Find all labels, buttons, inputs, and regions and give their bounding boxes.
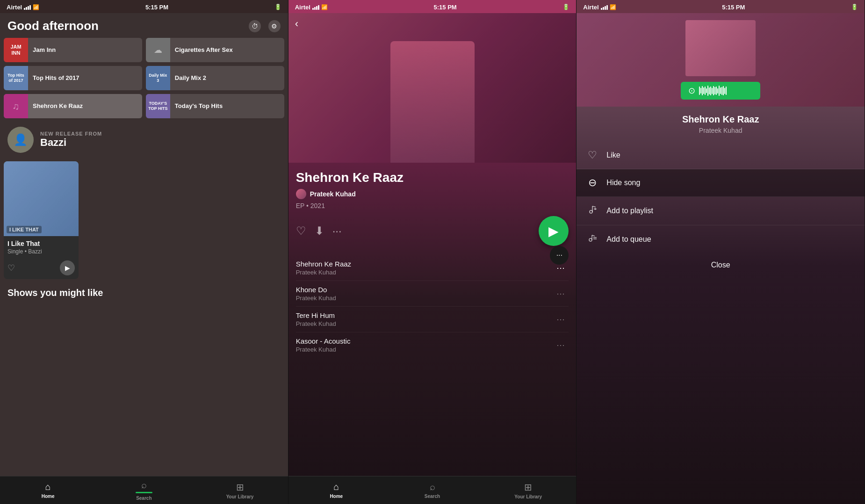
album-art-preview bbox=[685, 20, 756, 76]
nav-home-2[interactable]: ⌂ Home bbox=[288, 476, 384, 504]
bc14 bbox=[717, 88, 718, 94]
like-context-label: Like bbox=[606, 151, 620, 159]
bc15 bbox=[719, 86, 720, 96]
track-title: I Like That bbox=[7, 240, 75, 247]
battery-2: 🔋 bbox=[562, 4, 569, 10]
track-more-3[interactable]: ⋯ bbox=[553, 312, 569, 326]
new-release-thumb: 👤 bbox=[7, 127, 34, 153]
new-release-section[interactable]: 👤 NEW RELEASE FROM Bazzi bbox=[0, 122, 288, 158]
nav-library-1[interactable]: ⊞ Your Library bbox=[192, 476, 288, 504]
queue-context-icon bbox=[586, 233, 599, 246]
library-nav-label-1: Your Library bbox=[226, 494, 254, 499]
rp-thumb-today: TODAY'S TOP HITS bbox=[146, 94, 170, 118]
artist-row[interactable]: Prateek Kuhad bbox=[296, 189, 569, 199]
rp-item-cig[interactable]: ☁ Cigarettes After Sex bbox=[146, 38, 284, 62]
context-item-playlist[interactable]: Add to playlist bbox=[577, 197, 865, 225]
bar1 bbox=[24, 8, 25, 10]
shows-section-heading: Shows you might like bbox=[0, 281, 288, 302]
spotify-logo: ⊙ bbox=[688, 86, 695, 96]
context-hero-content: ⊙ bbox=[671, 13, 770, 107]
bc8 bbox=[709, 87, 710, 94]
new-release-info: NEW RELEASE FROM Bazzi bbox=[40, 131, 102, 149]
track-item-4[interactable]: Kasoor - Acoustic Prateek Kuhad ⋯ bbox=[296, 332, 569, 358]
track-title-4: Kasoor - Acoustic bbox=[296, 337, 553, 345]
bc12 bbox=[714, 87, 715, 94]
nav-search-2[interactable]: ⌕ Search bbox=[384, 476, 480, 504]
track-card-ilikethat[interactable]: I LIKE THAT I Like That Single • Bazzi ♡… bbox=[4, 161, 79, 279]
track-item-2[interactable]: Khone Do Prateek Kuhad ⋯ bbox=[296, 281, 569, 307]
context-menu-list: ♡ Like ⊖ Hide song Add to playlist bbox=[577, 142, 865, 253]
bar1-3 bbox=[601, 8, 602, 10]
album-meta: EP • 2021 bbox=[296, 202, 569, 209]
settings-icon[interactable]: ⚙ bbox=[268, 20, 281, 32]
rp-item-tophits[interactable]: Top Hits of 2017 Top Hits of 2017 bbox=[4, 66, 142, 90]
rp-thumb-jam: JAM INN bbox=[4, 38, 28, 62]
status-bar-1: Airtel 📶 5:15 PM 🔋 bbox=[0, 0, 288, 13]
rp-item-jam[interactable]: JAM INN Jam Inn bbox=[4, 38, 142, 62]
bc2 bbox=[700, 88, 701, 94]
play-button-small[interactable]: ▶ bbox=[60, 260, 75, 275]
battery-percent-1: 🔋 bbox=[274, 4, 281, 10]
header-icons: ⏱ ⚙ bbox=[249, 20, 281, 32]
rp-item-daily[interactable]: Daily Mix 3 Daily Mix 2 bbox=[146, 66, 284, 90]
nav-library-2[interactable]: ⊞ Your Library bbox=[480, 476, 576, 504]
bc3 bbox=[702, 86, 703, 95]
context-song-artist: Prateek Kuhad bbox=[584, 127, 857, 134]
nav-home-1[interactable]: ⌂ Home bbox=[0, 476, 96, 504]
hide-context-icon: ⊖ bbox=[586, 177, 599, 189]
track-item-1[interactable]: Shehron Ke Raaz Prateek Kuhad ⋯ bbox=[296, 255, 569, 281]
phone1-home: Airtel 📶 5:15 PM 🔋 Good afternoon ⏱ ⚙ bbox=[0, 0, 288, 504]
barcode-lines bbox=[699, 86, 753, 96]
track-info-1: Shehron Ke Raaz Prateek Kuhad bbox=[296, 260, 553, 276]
rp-item-today[interactable]: TODAY'S TOP HITS Today's Top Hits bbox=[146, 94, 284, 118]
status-left-2: Airtel 📶 bbox=[295, 4, 328, 11]
status-right-1: 🔋 bbox=[274, 4, 281, 10]
context-item-like[interactable]: ♡ Like bbox=[577, 142, 865, 169]
album-title: Shehron Ke Raaz bbox=[296, 170, 569, 185]
phone1-scroll[interactable]: Good afternoon ⏱ ⚙ JAM INN Jam Inn ☁ Cig… bbox=[0, 13, 288, 504]
like-icon[interactable]: ♡ bbox=[296, 224, 306, 238]
back-button[interactable]: ‹ bbox=[295, 18, 298, 30]
home-nav-label-2: Home bbox=[330, 494, 343, 499]
rp-label-today: Today's Top Hits bbox=[170, 102, 227, 110]
rp-item-shehron[interactable]: ♫ Shehron Ke Raaz bbox=[4, 94, 142, 118]
track-more-2[interactable]: ⋯ bbox=[553, 287, 569, 301]
play-button-large[interactable]: ▶ bbox=[539, 216, 569, 246]
history-icon[interactable]: ⏱ bbox=[249, 20, 261, 32]
time-1: 5:15 PM bbox=[145, 4, 168, 11]
track-info-4: Kasoor - Acoustic Prateek Kuhad bbox=[296, 337, 553, 353]
rp-label-shehron: Shehron Ke Raaz bbox=[28, 102, 87, 110]
track-title-3: Tere Hi Hum bbox=[296, 311, 553, 319]
rp-thumb-shehron: ♫ bbox=[4, 94, 28, 118]
rp-label-jam: Jam Inn bbox=[28, 46, 60, 54]
bc17 bbox=[721, 87, 722, 95]
bottom-nav-2: ⌂ Home ⌕ Search ⊞ Your Library bbox=[288, 476, 577, 504]
spotify-code-bar: ⊙ bbox=[681, 82, 760, 100]
signal-bars-3 bbox=[601, 5, 608, 10]
heart-icon[interactable]: ♡ bbox=[7, 263, 15, 273]
track-item-3[interactable]: Tere Hi Hum Prateek Kuhad ⋯ bbox=[296, 307, 569, 332]
album-content[interactable]: Shehron Ke Raaz Prateek Kuhad EP • 2021 … bbox=[288, 163, 577, 504]
new-release-artist: Bazzi bbox=[40, 137, 102, 149]
home-nav-icon-2: ⌂ bbox=[333, 482, 339, 492]
bc4 bbox=[703, 87, 704, 94]
more-icon[interactable]: ··· bbox=[332, 224, 342, 238]
svg-point-0 bbox=[590, 210, 592, 213]
track-subtitle: Single • Bazzi bbox=[7, 248, 75, 255]
library-nav-icon-2: ⊞ bbox=[524, 482, 532, 493]
nav-search-1[interactable]: ⌕ Search bbox=[96, 476, 192, 504]
close-button[interactable]: Close bbox=[577, 253, 865, 277]
search-nav-icon-2: ⌕ bbox=[430, 482, 435, 492]
wifi-icon-1: 📶 bbox=[33, 4, 39, 10]
download-icon[interactable]: ⬇ bbox=[315, 224, 324, 238]
battery-3: 🔋 bbox=[851, 4, 858, 10]
nav-bar-indicator bbox=[136, 492, 152, 493]
hide-context-label: Hide song bbox=[606, 179, 640, 187]
track-more-4[interactable]: ⋯ bbox=[553, 338, 569, 352]
bc18 bbox=[723, 86, 724, 95]
bar4 bbox=[29, 5, 31, 10]
context-item-queue[interactable]: Add to queue bbox=[577, 225, 865, 253]
context-item-hide[interactable]: ⊖ Hide song bbox=[577, 169, 865, 197]
album-actions: ♡ ⬇ ··· ▶ bbox=[296, 216, 569, 246]
carrier-2: Airtel bbox=[295, 4, 310, 11]
